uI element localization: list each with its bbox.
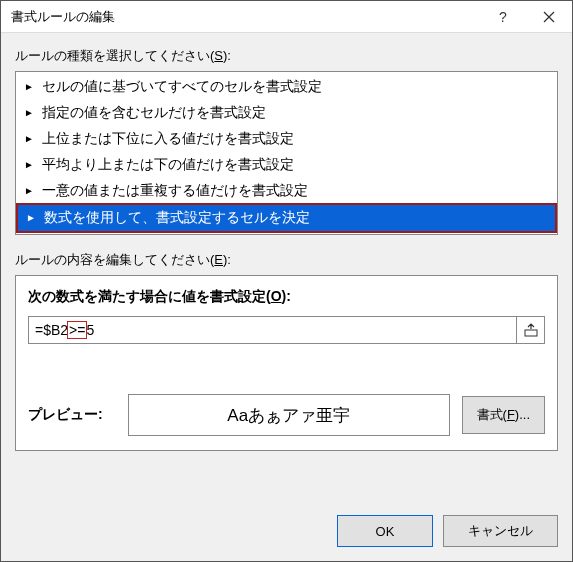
preview-label: プレビュー: <box>28 406 116 424</box>
rule-type-item-label: セルの値に基づいてすべてのセルを書式設定 <box>42 78 322 96</box>
format-button[interactable]: 書式(F)... <box>462 396 545 434</box>
rule-edit-section-label: ルールの内容を編集してください(E): <box>15 251 558 269</box>
help-button[interactable]: ? <box>480 1 526 33</box>
dialog-content: ルールの種類を選択してください(S): ►セルの値に基づいてすべてのセルを書式設… <box>1 33 572 451</box>
rule-type-item[interactable]: ►数式を使用して、書式設定するセルを決定 <box>16 203 557 233</box>
rule-type-item[interactable]: ►セルの値に基づいてすべてのセルを書式設定 <box>16 74 557 100</box>
formula-row: =$B2>=5 <box>28 316 545 344</box>
formula-text-post: 5 <box>86 322 94 338</box>
rule-type-item[interactable]: ►一意の値または重複する値だけを書式設定 <box>16 178 557 204</box>
ok-button[interactable]: OK <box>337 515 433 547</box>
dialog-footer: OK キャンセル <box>337 515 558 547</box>
rule-type-item-label: 平均より上または下の値だけを書式設定 <box>42 156 294 174</box>
close-button[interactable] <box>526 1 572 33</box>
formula-text-pre: =$B2 <box>35 322 68 338</box>
preview-sample: Aaあぁアァ亜宇 <box>128 394 450 436</box>
svg-text:?: ? <box>499 10 507 24</box>
triangle-icon: ► <box>24 107 34 118</box>
rule-type-section-label: ルールの種類を選択してください(S): <box>15 47 558 65</box>
svg-rect-3 <box>525 330 537 336</box>
preview-row: プレビュー: Aaあぁアァ亜宇 書式(F)... <box>28 394 545 436</box>
triangle-icon: ► <box>24 81 34 92</box>
rule-type-item-label: 指定の値を含むセルだけを書式設定 <box>42 104 266 122</box>
rule-type-item[interactable]: ►平均より上または下の値だけを書式設定 <box>16 152 557 178</box>
triangle-icon: ► <box>24 159 34 170</box>
triangle-icon: ► <box>24 133 34 144</box>
formula-text-highlight: >= <box>67 321 87 339</box>
edit-rule-dialog: 書式ルールの編集 ? ルールの種類を選択してください(S): ►セルの値に基づい… <box>0 0 573 562</box>
rule-type-list[interactable]: ►セルの値に基づいてすべてのセルを書式設定►指定の値を含むセルだけを書式設定►上… <box>15 71 558 235</box>
dialog-title: 書式ルールの編集 <box>11 8 480 26</box>
range-selector-button[interactable] <box>517 316 545 344</box>
cancel-button[interactable]: キャンセル <box>443 515 558 547</box>
rule-type-item-label: 一意の値または重複する値だけを書式設定 <box>42 182 308 200</box>
rule-type-item[interactable]: ►指定の値を含むセルだけを書式設定 <box>16 100 557 126</box>
formula-input[interactable]: =$B2>=5 <box>28 316 517 344</box>
formula-label: 次の数式を満たす場合に値を書式設定(O): <box>28 288 545 306</box>
triangle-icon: ► <box>24 185 34 196</box>
triangle-icon: ► <box>26 212 36 223</box>
rule-edit-box: 次の数式を満たす場合に値を書式設定(O): =$B2>=5 プレビュー: Aaあ… <box>15 275 558 451</box>
rule-type-item-label: 数式を使用して、書式設定するセルを決定 <box>44 209 310 227</box>
titlebar: 書式ルールの編集 ? <box>1 1 572 33</box>
rule-type-item[interactable]: ►上位または下位に入る値だけを書式設定 <box>16 126 557 152</box>
rule-type-item-label: 上位または下位に入る値だけを書式設定 <box>42 130 294 148</box>
